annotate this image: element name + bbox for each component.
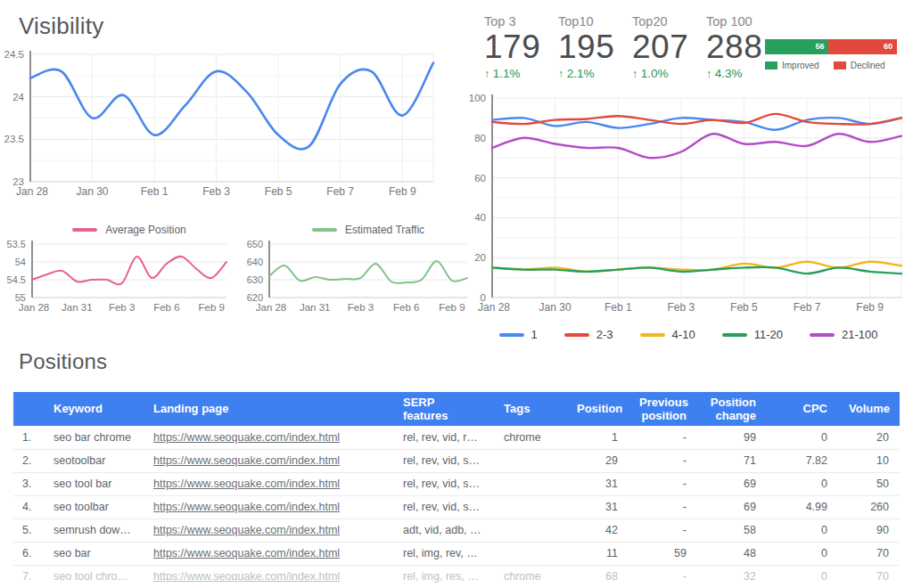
landing-page-link[interactable]: https://www.seoquake.com/index.html (153, 547, 340, 559)
previous-position-cell: - (629, 472, 697, 495)
tags-cell (493, 449, 566, 472)
line-swatch-icon (499, 333, 524, 337)
svg-text:Jan 31: Jan 31 (300, 302, 331, 313)
landing-page-cell: https://www.seoquake.com/index.html (143, 472, 392, 495)
col-position[interactable]: Position (566, 392, 629, 426)
col-landing-page[interactable]: Landing page (143, 392, 392, 426)
cpc-cell: 0 (767, 519, 838, 542)
legend-label: Estimated Traffic (345, 224, 424, 236)
col-cpc[interactable]: CPC (767, 392, 838, 426)
up-arrow-icon: ↑ (558, 68, 563, 80)
svg-text:24: 24 (12, 92, 24, 102)
volume-cell: 260 (838, 495, 900, 519)
line-swatch-icon (312, 228, 337, 232)
improved-label: Improved (782, 61, 819, 70)
svg-text:Feb 3: Feb 3 (202, 185, 230, 198)
legend-item-21-100[interactable]: 21-100 (810, 328, 877, 341)
svg-text:Jan 28: Jan 28 (478, 301, 510, 314)
keyword-cell: seo tool bar (43, 472, 143, 495)
table-row: 5. semrush download https://www.seoquake… (13, 519, 900, 542)
col-serp-features[interactable]: SERP features (392, 392, 493, 426)
position-cell: 29 (566, 449, 629, 472)
row-index: 7. (13, 565, 43, 588)
landing-page-link[interactable]: https://www.seoquake.com/index.html (153, 431, 340, 444)
table-row: 6. seo bar https://www.seoquake.com/inde… (13, 542, 900, 565)
stat-delta: 4.3% (715, 67, 743, 80)
legend-label: 1 (531, 328, 538, 341)
col-volume[interactable]: Volume (838, 392, 900, 426)
legend-item-2-3[interactable]: 2-3 (564, 328, 613, 341)
col-position-change[interactable]: Position change (697, 392, 767, 426)
landing-page-link[interactable]: https://www.seoquake.com/index.html (153, 501, 340, 513)
cpc-cell: 7.82 (767, 449, 838, 472)
svg-text:Jan 28: Jan 28 (16, 185, 48, 198)
volume-cell: 90 (838, 519, 900, 542)
svg-text:54: 54 (15, 257, 26, 267)
row-index: 2. (13, 449, 43, 472)
svg-text:24.5: 24.5 (4, 49, 24, 60)
average-position-chart: Average Position 53.55454.555Jan 28Jan 3… (0, 223, 234, 317)
row-index: 6. (13, 542, 43, 565)
stat-value: 179 (484, 30, 558, 65)
landing-page-link[interactable]: https://www.seoquake.com/index.html (153, 570, 340, 583)
table-header-row: Keyword Landing page SERP features Tags … (13, 392, 900, 426)
tags-cell (493, 472, 566, 495)
average-position-legend: Average Position (32, 223, 226, 237)
stat-label: Top10 (558, 14, 632, 29)
position-change-cell: 32 (697, 565, 767, 588)
svg-text:Feb 7: Feb 7 (794, 301, 821, 314)
col-keyword[interactable]: Keyword (43, 392, 143, 426)
previous-position-cell: - (629, 426, 697, 449)
tags-cell: chrome (493, 565, 566, 588)
landing-page-cell: https://www.seoquake.com/index.html (143, 495, 392, 519)
svg-text:Feb 9: Feb 9 (389, 185, 416, 198)
position-cell: 42 (566, 519, 629, 542)
keyword-cell: seotoolbar (43, 449, 143, 472)
col-previous-position[interactable]: Previous position (629, 392, 697, 426)
keyword-cell: seo bar (43, 542, 143, 565)
svg-text:Jan 31: Jan 31 (62, 302, 93, 313)
legend-label: 2-3 (596, 328, 613, 341)
svg-text:Jan 30: Jan 30 (539, 301, 572, 314)
line-swatch-icon (810, 333, 835, 337)
svg-text:Feb 9: Feb 9 (199, 302, 225, 313)
legend-label: 4-10 (672, 328, 695, 341)
position-cell: 11 (566, 542, 629, 565)
stat-delta: 1.0% (641, 67, 669, 80)
position-cell: 31 (566, 472, 629, 495)
svg-text:Feb 1: Feb 1 (605, 301, 632, 314)
legend-item-11-20[interactable]: 11-20 (722, 328, 783, 341)
position-cell: 31 (566, 495, 629, 519)
landing-page-link[interactable]: https://www.seoquake.com/index.html (153, 454, 340, 467)
table-row: 3. seo tool bar https://www.seoquake.com… (13, 472, 900, 495)
stat-label: Top 3 (484, 14, 558, 29)
stat-top10: Top10 195 ↑ 2.1% (558, 14, 632, 80)
declined-bar-segment: 60 (828, 39, 897, 54)
legend-item-4-10[interactable]: 4-10 (640, 328, 695, 341)
legend-item-1[interactable]: 1 (499, 328, 538, 341)
previous-position-cell: - (629, 449, 697, 472)
landing-page-link[interactable]: https://www.seoquake.com/index.html (153, 524, 340, 536)
line-swatch-icon (72, 228, 97, 232)
tags-cell (493, 495, 566, 519)
cpc-cell: 0 (767, 472, 838, 495)
legend-label: Average Position (105, 224, 186, 236)
landing-page-cell: https://www.seoquake.com/index.html (143, 519, 392, 542)
landing-page-link[interactable]: https://www.seoquake.com/index.html (153, 478, 340, 490)
estimated-traffic-legend: Estimated Traffic (269, 223, 467, 237)
tags-cell: chrome (493, 426, 566, 449)
landing-page-cell: https://www.seoquake.com/index.html (143, 426, 392, 449)
col-tags[interactable]: Tags (493, 392, 566, 426)
cpc-cell: 4.99 (767, 495, 838, 519)
improved-declined-widget: 56 60 Improved Declined (765, 39, 899, 70)
svg-text:Feb 6: Feb 6 (393, 302, 419, 313)
visibility-chart: 2323.52424.5Jan 28Jan 30Feb 1Feb 3Feb 5F… (0, 48, 437, 208)
svg-text:40: 40 (474, 212, 486, 223)
improved-bar-segment: 56 (765, 39, 828, 54)
svg-text:Feb 3: Feb 3 (109, 302, 135, 313)
stat-value: 195 (558, 30, 632, 65)
position-cell: 1 (566, 426, 629, 449)
positions-title: Positions (19, 349, 107, 374)
svg-text:54.5: 54.5 (7, 274, 26, 285)
keyword-cell: semrush download (43, 519, 143, 542)
